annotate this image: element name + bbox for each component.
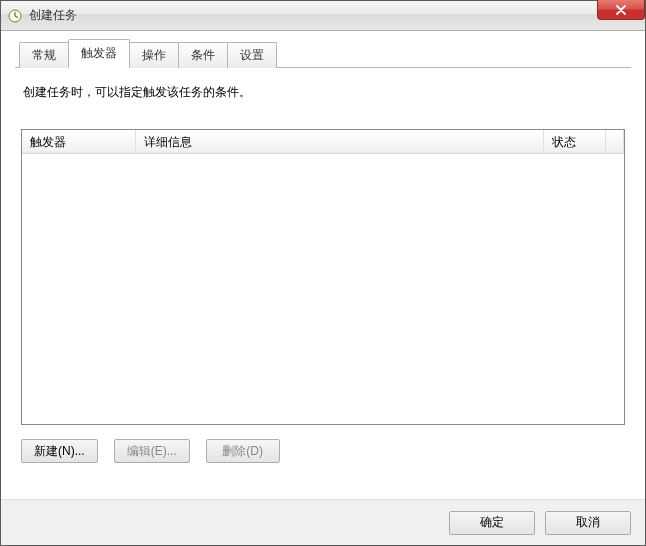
tab-actions[interactable]: 操作 — [129, 42, 179, 68]
dialog-window: 创建任务 常规 触发器 操作 条件 设置 创建任务时，可以指定触发该任务的条件。… — [0, 0, 646, 546]
column-header-trigger[interactable]: 触发器 — [22, 130, 136, 153]
trigger-list[interactable]: 触发器 详细信息 状态 — [21, 129, 625, 425]
list-header: 触发器 详细信息 状态 — [22, 130, 624, 154]
close-button[interactable] — [597, 0, 645, 20]
tab-triggers[interactable]: 触发器 — [68, 39, 130, 68]
cancel-button[interactable]: 取消 — [545, 511, 631, 535]
title-bar: 创建任务 — [1, 1, 645, 31]
tab-general[interactable]: 常规 — [19, 42, 69, 68]
list-action-row: 新建(N)... 编辑(E)... 删除(D) — [21, 439, 625, 463]
clock-icon — [7, 8, 23, 24]
content-area: 常规 触发器 操作 条件 设置 创建任务时，可以指定触发该任务的条件。 触发器 … — [1, 31, 645, 499]
column-header-status[interactable]: 状态 — [544, 130, 606, 153]
dialog-footer: 确定 取消 — [1, 499, 645, 545]
new-button[interactable]: 新建(N)... — [21, 439, 98, 463]
window-title: 创建任务 — [29, 7, 77, 24]
ok-button[interactable]: 确定 — [449, 511, 535, 535]
tab-strip: 常规 触发器 操作 条件 设置 — [15, 43, 631, 68]
tab-settings[interactable]: 设置 — [227, 42, 277, 68]
edit-button[interactable]: 编辑(E)... — [114, 439, 190, 463]
column-header-detail[interactable]: 详细信息 — [136, 130, 544, 153]
column-header-pad — [606, 130, 624, 153]
tab-panel-triggers: 创建任务时，可以指定触发该任务的条件。 触发器 详细信息 状态 新建(N)...… — [15, 68, 631, 485]
delete-button[interactable]: 删除(D) — [206, 439, 280, 463]
close-icon — [615, 5, 627, 15]
list-body[interactable] — [22, 154, 624, 424]
panel-description: 创建任务时，可以指定触发该任务的条件。 — [23, 84, 625, 101]
tab-conditions[interactable]: 条件 — [178, 42, 228, 68]
